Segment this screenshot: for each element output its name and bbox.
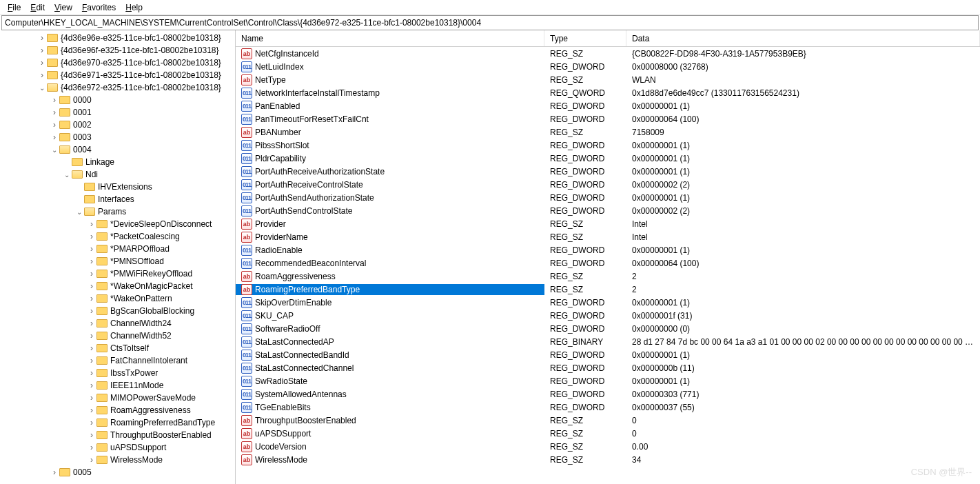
tree-item[interactable]: IEEE11nMode <box>0 379 235 392</box>
chevron-right-icon[interactable] <box>87 356 96 365</box>
tree-item[interactable]: {4d36e971-e325-11ce-bfc1-08002be10318} <box>0 69 235 81</box>
tree-item[interactable]: ChannelWidth52 <box>0 330 235 342</box>
value-row[interactable]: SoftwareRadioOffREG_DWORD0x00000000 (0) <box>236 322 980 335</box>
value-row[interactable]: NetLuidIndexREG_DWORD0x00008000 (32768) <box>236 60 980 73</box>
chevron-right-icon[interactable] <box>87 219 96 229</box>
tree-item[interactable]: *DeviceSleepOnDisconnect <box>0 218 235 230</box>
tree-pane[interactable]: {4d36e96e-e325-11ce-bfc1-08002be10318}{4… <box>0 30 236 484</box>
tree-item[interactable]: FatChannelIntolerant <box>0 354 235 367</box>
chevron-right-icon[interactable] <box>87 232 96 241</box>
value-row[interactable]: PortAuthSendControlStateREG_DWORD0x00000… <box>236 204 980 217</box>
tree-item[interactable]: uAPSDSupport <box>0 441 235 454</box>
value-row[interactable]: RoamingPreferredBandTypeREG_SZ2 <box>236 283 980 296</box>
value-row[interactable]: PortAuthReceiveAuthorizationStateREG_DWO… <box>236 165 980 178</box>
value-row[interactable]: ProviderNameREG_SZIntel <box>236 230 980 243</box>
chevron-right-icon[interactable] <box>87 455 96 465</box>
col-header-data[interactable]: Data <box>626 30 980 46</box>
address-input[interactable] <box>2 17 978 28</box>
chevron-right-icon[interactable] <box>87 281 96 291</box>
value-row[interactable]: NetTypeREG_SZWLAN <box>236 73 980 86</box>
chevron-right-icon[interactable] <box>87 256 96 266</box>
value-row[interactable]: StaLastConnectedChannelREG_DWORD0x000000… <box>236 361 980 374</box>
tree-item[interactable]: {4d36e970-e325-11ce-bfc1-08002be10318} <box>0 57 235 69</box>
tree-item[interactable]: ThroughputBoosterEnabled <box>0 429 235 441</box>
value-row[interactable]: PldrCapabilityREG_DWORD0x00000001 (1) <box>236 152 980 165</box>
value-row[interactable]: WirelessModeREG_SZ34 <box>236 453 980 466</box>
tree-item[interactable]: *PMARPOffload <box>0 243 235 255</box>
chevron-down-icon[interactable] <box>74 207 84 216</box>
value-row[interactable]: RoamAggressivenessREG_SZ2 <box>236 270 980 283</box>
value-row[interactable]: StaLastConnectedAPREG_BINARY28 d1 27 84 … <box>236 335 980 348</box>
chevron-right-icon[interactable] <box>37 46 47 55</box>
chevron-right-icon[interactable] <box>87 368 96 378</box>
col-header-type[interactable]: Type <box>544 30 626 46</box>
tree-item[interactable]: RoamAggressiveness <box>0 404 235 416</box>
chevron-right-icon[interactable] <box>87 393 96 403</box>
tree-item[interactable]: ChannelWidth24 <box>0 317 235 330</box>
tree-item[interactable]: MIMOPowerSaveMode <box>0 392 235 404</box>
chevron-right-icon[interactable] <box>50 132 59 142</box>
tree-item[interactable]: 0001 <box>0 106 235 119</box>
value-row[interactable]: PortAuthReceiveControlStateREG_DWORD0x00… <box>236 178 980 191</box>
tree-item[interactable]: BgScanGlobalBlocking <box>0 305 235 317</box>
menu-help[interactable]: Help <box>121 1 147 14</box>
value-row[interactable]: SystemAllowedAntennasREG_DWORD0x00000303… <box>236 387 980 401</box>
tree-item[interactable]: WirelessMode <box>0 454 235 466</box>
value-row[interactable]: StaLastConnectedBandIdREG_DWORD0x0000000… <box>236 348 980 361</box>
value-row[interactable]: NetworkInterfaceInstallTimestampREG_QWOR… <box>236 86 980 99</box>
chevron-right-icon[interactable] <box>87 381 96 390</box>
chevron-right-icon[interactable] <box>87 306 96 316</box>
chevron-right-icon[interactable] <box>50 108 59 117</box>
value-row[interactable]: SwRadioStateREG_DWORD0x00000001 (1) <box>236 374 980 387</box>
tree-item[interactable]: 0005 <box>0 466 235 478</box>
tree-item[interactable]: *PMWiFiRekeyOffload <box>0 268 235 280</box>
chevron-down-icon[interactable] <box>50 145 59 154</box>
tree-item[interactable]: Interfaces <box>0 193 235 205</box>
tree-item[interactable]: 0003 <box>0 131 235 143</box>
tree-item[interactable]: {4d36e96f-e325-11ce-bfc1-08002be10318} <box>0 44 235 57</box>
value-row[interactable]: PanEnabledREG_DWORD0x00000001 (1) <box>236 99 980 112</box>
menu-view[interactable]: View <box>50 1 77 14</box>
chevron-right-icon[interactable] <box>87 244 96 254</box>
chevron-right-icon[interactable] <box>87 269 96 279</box>
value-row[interactable]: SkipOverDtimEnableREG_DWORD0x00000001 (1… <box>236 296 980 309</box>
tree-item[interactable]: 0002 <box>0 119 235 131</box>
value-row[interactable]: uAPSDSupportREG_SZ0 <box>236 427 980 440</box>
tree-item[interactable]: Linkage <box>0 156 235 168</box>
chevron-right-icon[interactable] <box>87 343 96 353</box>
chevron-right-icon[interactable] <box>37 33 47 43</box>
tree-item[interactable]: {4d36e972-e325-11ce-bfc1-08002be10318} <box>0 81 235 94</box>
chevron-right-icon[interactable] <box>50 467 59 477</box>
tree-item[interactable]: {4d36e96e-e325-11ce-bfc1-08002be10318} <box>0 32 235 44</box>
tree-item[interactable]: Ndi <box>0 168 235 181</box>
tree-item[interactable]: *WakeOnMagicPacket <box>0 280 235 292</box>
tree-item[interactable]: *PacketCoalescing <box>0 230 235 243</box>
tree-item[interactable]: IHVExtensions <box>0 181 235 193</box>
chevron-right-icon[interactable] <box>50 120 59 130</box>
chevron-right-icon[interactable] <box>87 443 96 452</box>
value-row[interactable]: RecommendedBeaconIntervalREG_DWORD0x0000… <box>236 256 980 270</box>
tree-item[interactable]: Params <box>0 205 235 218</box>
menu-file[interactable]: File <box>3 1 25 14</box>
tree-item[interactable]: 0004 <box>0 143 235 156</box>
tree-item[interactable]: *PMNSOffload <box>0 255 235 268</box>
tree-item[interactable]: *WakeOnPattern <box>0 292 235 305</box>
value-row[interactable]: NetCfgInstanceIdREG_SZ{CB00822F-DD98-4F3… <box>236 47 980 60</box>
tree-item[interactable]: RoamingPreferredBandType <box>0 416 235 429</box>
chevron-right-icon[interactable] <box>87 418 96 427</box>
value-row[interactable]: UcodeVersionREG_SZ0.00 <box>236 440 980 453</box>
tree-item[interactable]: 0000 <box>0 94 235 106</box>
chevron-down-icon[interactable] <box>62 170 72 179</box>
chevron-down-icon[interactable] <box>37 83 47 92</box>
chevron-right-icon[interactable] <box>50 95 59 105</box>
chevron-right-icon[interactable] <box>87 319 96 328</box>
value-row[interactable]: ThroughputBoosterEnabledREG_SZ0 <box>236 414 980 427</box>
value-row[interactable]: TGeEnableBitsREG_DWORD0x00000037 (55) <box>236 401 980 414</box>
value-row[interactable]: RadioEnableREG_DWORD0x00000001 (1) <box>236 243 980 256</box>
tree-item[interactable]: IbssTxPower <box>0 367 235 379</box>
menu-favorites[interactable]: Favorites <box>77 1 121 14</box>
chevron-right-icon[interactable] <box>87 430 96 440</box>
col-header-name[interactable]: Name <box>236 30 544 46</box>
value-row[interactable]: SKU_CAPREG_DWORD0x0000001f (31) <box>236 309 980 322</box>
value-row[interactable]: PanTimeoutForResetTxFailCntREG_DWORD0x00… <box>236 112 980 125</box>
